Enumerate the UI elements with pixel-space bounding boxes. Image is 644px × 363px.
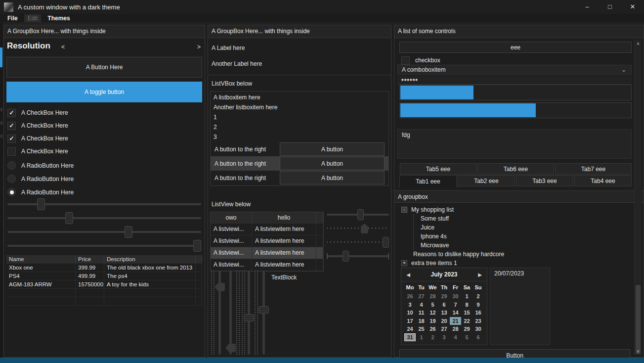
toggle-button[interactable]: A toggle button	[6, 82, 202, 102]
multiline-textbox[interactable]: fdg	[397, 129, 632, 159]
calendar-day-cell[interactable]: 29	[438, 292, 450, 301]
checkbox-row[interactable]: A CheckBox Here	[7, 145, 202, 158]
calendar-day-cell[interactable]: 20	[438, 317, 450, 325]
listview-row[interactable]: A listviewi...A listviewitem here	[211, 235, 323, 247]
a-button[interactable]: A button	[280, 171, 385, 184]
calendar-day-cell[interactable]: 25	[416, 325, 427, 333]
slider[interactable]	[7, 225, 201, 239]
checkbox-box[interactable]: ✓	[7, 135, 16, 143]
calendar-day-cell[interactable]: 29	[461, 325, 472, 333]
calendar-day-cell[interactable]: 30	[472, 325, 484, 333]
slider[interactable]	[327, 249, 389, 263]
calendar-day-cell[interactable]: 3	[438, 333, 450, 342]
carousel-prev-button[interactable]: <	[61, 44, 65, 50]
calendar-day-cell[interactable]: 1	[461, 292, 472, 301]
menu-item-themes[interactable]: Themes	[44, 14, 73, 22]
radio-row[interactable]: A RadioButton Here	[7, 159, 202, 172]
menu-item-file[interactable]: File	[4, 14, 21, 22]
calendar-day-cell[interactable]: 8	[461, 301, 472, 309]
minimize-button[interactable]: –	[576, 0, 599, 14]
scrollbar-thumb[interactable]	[636, 285, 641, 354]
maximize-button[interactable]: □	[599, 0, 621, 14]
calendar-day-cell[interactable]: 27	[438, 325, 450, 333]
checkbox-box[interactable]	[7, 147, 16, 156]
listbox-item[interactable]: 2	[211, 122, 388, 132]
calendar-day-cell[interactable]: 26	[404, 292, 416, 301]
checkbox-row[interactable]: ✓A CheckBox Here	[7, 132, 202, 145]
calendar-day-cell[interactable]: 1	[416, 333, 427, 342]
calendar-day-cell[interactable]: 6	[438, 301, 450, 309]
calendar-day-cell[interactable]: 28	[427, 292, 438, 301]
calendar-day-cell[interactable]: 22	[461, 317, 472, 325]
vertical-slider[interactable]	[229, 271, 232, 355]
slider-thumb[interactable]	[215, 283, 225, 291]
checkbox-row[interactable]: ✓A CheckBox Here	[7, 119, 202, 132]
tab-tab2-eee[interactable]: Tab2 eee	[458, 175, 515, 186]
tree-item-row[interactable]: Reasons to dislike happy hardcore	[401, 250, 632, 259]
calendar-day-cell[interactable]: 26	[427, 325, 438, 333]
calendar-day-cell[interactable]: 5	[427, 301, 438, 309]
vertical-slider[interactable]	[248, 271, 250, 355]
combobox[interactable]: A comboboxitem ⌄	[397, 65, 632, 75]
calendar-day-cell[interactable]: 23	[472, 317, 484, 325]
calendar-day-cell[interactable]: 19	[427, 317, 438, 325]
slider-thumb[interactable]	[225, 344, 236, 352]
calendar-day-cell[interactable]: 31	[404, 333, 416, 342]
slider-thumb[interactable]	[37, 198, 45, 210]
vertical-scrollbar[interactable]: ∧ ∨	[634, 40, 642, 355]
tree-expand-icon[interactable]: +	[401, 260, 407, 266]
datepicker[interactable]: 20/07/2023 15	[490, 268, 550, 345]
menu-item-edit[interactable]: Edit	[24, 14, 42, 22]
scroll-up-icon[interactable]: ∧	[635, 40, 642, 47]
slider-thumb[interactable]	[125, 226, 132, 238]
calendar-day-cell[interactable]: 12	[427, 309, 438, 317]
calendar-day-cell[interactable]: 14	[450, 309, 461, 317]
slider[interactable]	[7, 197, 201, 211]
calendar-day-cell[interactable]: 6	[472, 333, 484, 342]
calendar-day-cell[interactable]: 21	[450, 317, 461, 325]
calendar-day-cell[interactable]: 13	[438, 309, 450, 317]
tab-tab6-eee[interactable]: Tab6 eee	[477, 163, 554, 175]
tree-child-row[interactable]: Microwave	[421, 241, 632, 250]
slider-thumb[interactable]	[357, 209, 364, 220]
calendar-day-cell[interactable]: 4	[450, 333, 461, 342]
tree-collapse-icon[interactable]: -	[401, 207, 407, 213]
slider-thumb[interactable]	[193, 240, 201, 252]
listbox-item[interactable]: 3	[211, 132, 388, 142]
calendar-day-cell[interactable]: 11	[416, 309, 427, 317]
password-field[interactable]: ******	[397, 76, 632, 85]
calendar-day-cell[interactable]: 4	[416, 301, 427, 309]
calendar-next-icon[interactable]: ▶	[473, 272, 487, 277]
radio-circle[interactable]	[7, 175, 16, 183]
scroll-down-icon[interactable]: ∨	[635, 347, 642, 355]
tree-child-row[interactable]: Juice	[421, 223, 632, 232]
calendar-day-cell[interactable]: 2	[472, 292, 484, 301]
tab-tab5-eee[interactable]: Tab5 eee	[400, 163, 476, 175]
listbox-button-row[interactable]: A button to the rightA button	[211, 156, 388, 171]
slider[interactable]	[327, 208, 389, 222]
tab-tab7-eee[interactable]: Tab7 eee	[555, 163, 632, 175]
listview-row[interactable]: A listviewi...A listviewitem here	[211, 224, 323, 235]
calendar-day-cell[interactable]: 16	[472, 309, 484, 317]
tree-child-row[interactable]: Iphone 4s	[421, 232, 632, 241]
radio-circle[interactable]	[7, 161, 16, 170]
listbox-button-row[interactable]: A button to the rightA button	[211, 142, 388, 156]
slider[interactable]	[7, 211, 201, 225]
slider-thumb[interactable]	[343, 251, 349, 262]
slider[interactable]	[327, 222, 389, 235]
radio-circle[interactable]	[7, 188, 16, 196]
listview-row[interactable]: A listviewi...A listviewitem here	[211, 247, 323, 259]
checkbox-box[interactable]: ✓	[7, 122, 16, 130]
radio-row[interactable]: A RadioButton Here	[7, 185, 202, 199]
calendar-day-cell[interactable]: 28	[450, 325, 461, 333]
slider-thumb[interactable]	[258, 306, 269, 314]
calendar-day-cell[interactable]: 2	[427, 333, 438, 342]
radio-row[interactable]: A RadioButton Here	[7, 172, 202, 185]
tree-root-row[interactable]: - My shopping list	[401, 205, 632, 214]
tree-child-row[interactable]: Some stuff	[421, 214, 632, 223]
slider-thumb[interactable]	[361, 224, 368, 233]
listbox-button-row[interactable]: A button to the rightA button	[211, 171, 388, 185]
tab-tab4-eee[interactable]: Tab4 eee	[574, 175, 632, 186]
tab-tab1-eee[interactable]: Tab1 eee	[399, 175, 457, 188]
a-button[interactable]: A button	[280, 157, 385, 170]
